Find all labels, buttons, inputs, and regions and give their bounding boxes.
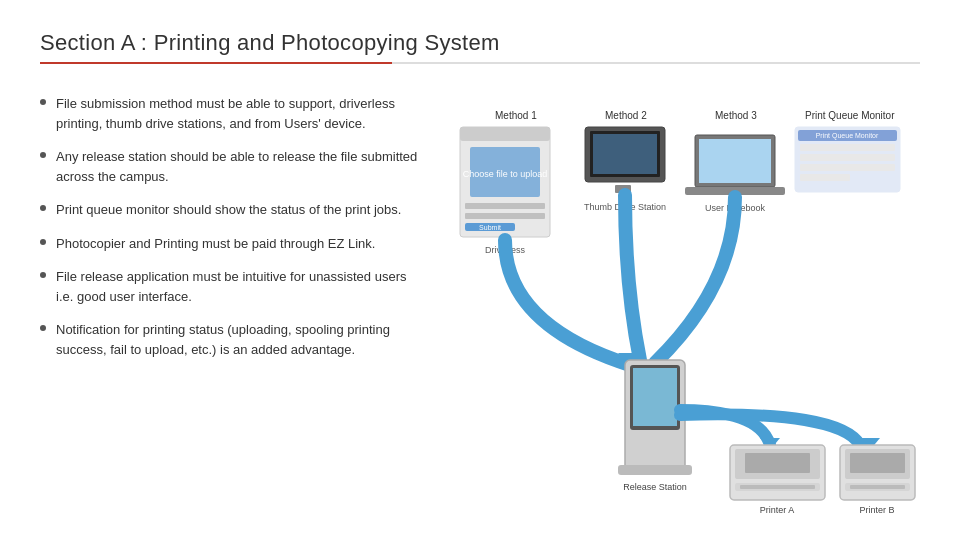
svg-text:Choose file to upload: Choose file to upload [463, 169, 548, 179]
slide: Section A : Printing and Photocopying Sy… [0, 0, 960, 540]
svg-rect-39 [745, 453, 810, 473]
svg-rect-9 [465, 213, 545, 219]
bullet-item-6: Notification for printing status (upload… [40, 320, 420, 359]
svg-text:Printer B: Printer B [859, 505, 894, 515]
svg-text:Print Queue Monitor: Print Queue Monitor [805, 110, 895, 121]
bullet-text-5: File release application must be intuiti… [56, 267, 420, 306]
svg-rect-45 [850, 453, 905, 473]
bullet-dot [40, 272, 46, 278]
svg-rect-33 [618, 465, 692, 475]
bullet-dot [40, 239, 46, 245]
bullet-item-5: File release application must be intuiti… [40, 267, 420, 306]
svg-rect-26 [800, 154, 895, 161]
svg-rect-8 [465, 203, 545, 209]
content-area: File submission method must be able to s… [40, 90, 920, 520]
svg-text:Print Queue Monitor: Print Queue Monitor [816, 132, 879, 140]
svg-text:Method 1: Method 1 [495, 110, 537, 121]
bullet-text-4: Photocopier and Printing must be paid th… [56, 234, 375, 254]
bullet-dot [40, 152, 46, 158]
svg-rect-5 [460, 127, 550, 141]
svg-rect-28 [800, 174, 850, 181]
svg-rect-25 [800, 144, 895, 151]
diagram-svg: Method 1 Method 2 Method 3 Print Queue M… [440, 90, 920, 520]
svg-text:Method 3: Method 3 [715, 110, 757, 121]
svg-text:Method 2: Method 2 [605, 110, 647, 121]
title-divider [40, 62, 920, 64]
bullet-text-6: Notification for printing status (upload… [56, 320, 420, 359]
svg-text:Release Station: Release Station [623, 482, 687, 492]
bullet-dot [40, 325, 46, 331]
title-section: Section A : Printing and Photocopying Sy… [40, 30, 920, 82]
bullet-item-2: Any release station should be able to re… [40, 147, 420, 186]
svg-rect-32 [633, 368, 677, 426]
svg-text:Submit: Submit [479, 224, 501, 231]
bullet-item-1: File submission method must be able to s… [40, 94, 420, 133]
bullet-dot [40, 99, 46, 105]
svg-rect-19 [699, 139, 771, 183]
bullet-item-3: Print queue monitor should show the stat… [40, 200, 420, 220]
svg-rect-41 [740, 485, 815, 489]
diagram-area: Method 1 Method 2 Method 3 Print Queue M… [440, 90, 920, 520]
svg-rect-15 [593, 134, 657, 174]
svg-rect-27 [800, 164, 895, 171]
slide-title: Section A : Printing and Photocopying Sy… [40, 30, 920, 56]
svg-rect-47 [850, 485, 905, 489]
bullet-dot [40, 205, 46, 211]
bullet-text-3: Print queue monitor should show the stat… [56, 200, 401, 220]
svg-text:Printer A: Printer A [760, 505, 795, 515]
bullet-text-2: Any release station should be able to re… [56, 147, 420, 186]
bullet-list: File submission method must be able to s… [40, 90, 420, 520]
bullet-text-1: File submission method must be able to s… [56, 94, 420, 133]
bullet-item-4: Photocopier and Printing must be paid th… [40, 234, 420, 254]
